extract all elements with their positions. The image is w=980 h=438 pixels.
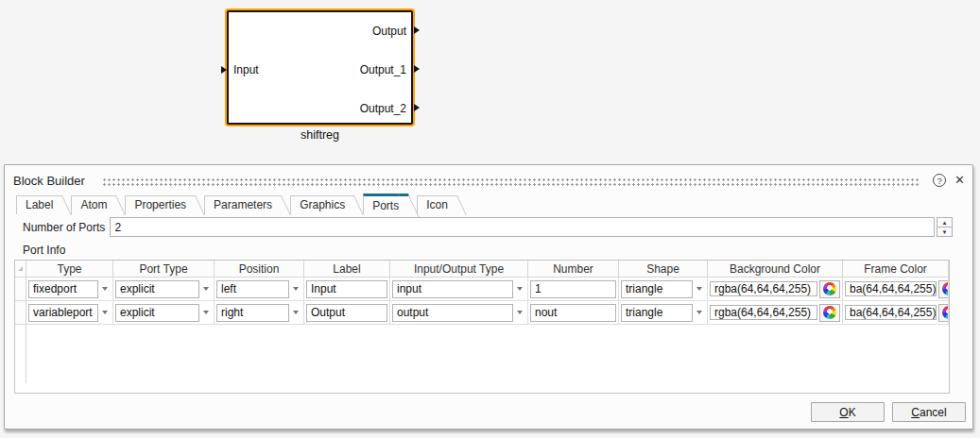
tab-icon[interactable]: Icon	[417, 195, 450, 214]
table-empty-area	[15, 325, 26, 383]
chevron-down-icon	[98, 311, 111, 314]
label-input[interactable]: Input	[306, 280, 387, 298]
number-of-ports-row: Number of Ports 2 ▲ ▼	[23, 217, 953, 237]
tab-bar: Label Atom Properties Parameters Graphic…	[5, 192, 972, 214]
cell-number: nout	[528, 301, 619, 325]
table-corner-cell	[15, 261, 26, 278]
column-header-type[interactable]: Type	[26, 261, 113, 278]
color-picker-button[interactable]	[819, 304, 840, 322]
column-header-number[interactable]: Number	[528, 261, 619, 278]
position-dropdown[interactable]: right	[216, 304, 301, 322]
row-selector[interactable]	[15, 278, 26, 301]
chevron-down-icon	[98, 287, 111, 291]
color-picker-button[interactable]	[819, 280, 840, 298]
tab-parameters[interactable]: Parameters	[204, 195, 274, 214]
chevron-down-icon	[693, 311, 705, 314]
output-port-arrow-icon	[414, 65, 420, 73]
type-dropdown[interactable]: variableport	[28, 304, 111, 322]
column-header-shape[interactable]: Shape	[619, 261, 708, 278]
tab-properties[interactable]: Properties	[125, 195, 188, 214]
number-input[interactable]: 1	[530, 280, 616, 298]
port-type-dropdown[interactable]: explicit	[115, 304, 212, 322]
label-input[interactable]: Output	[306, 304, 387, 322]
background-color-input[interactable]: rgba(64,64,64,255)	[710, 305, 817, 320]
column-header-position[interactable]: Position	[215, 261, 304, 278]
cell-label: Input	[304, 278, 390, 301]
column-header-io-type[interactable]: Input/Output Type	[390, 261, 528, 278]
table-corner-icon	[18, 266, 23, 271]
ok-button-label: O	[839, 406, 848, 419]
cell-position: left	[215, 278, 304, 301]
ok-button-label: K	[849, 406, 856, 419]
cell-label: Output	[304, 301, 390, 325]
help-icon[interactable]: ?	[933, 174, 946, 187]
dropdown-value: triangle	[621, 280, 693, 298]
number-of-ports-label: Number of Ports	[23, 221, 105, 234]
cell-port-type: explicit	[113, 301, 215, 325]
number-of-ports-spinner: ▲ ▼	[937, 217, 953, 237]
block-builder-dialog: Block Builder ? ✕ Label Atom Properties …	[4, 164, 973, 430]
number-input[interactable]: nout	[530, 304, 616, 322]
port-type-dropdown[interactable]: explicit	[115, 280, 212, 298]
cancel-button[interactable]: Cancel	[892, 402, 966, 422]
table-empty-area	[26, 325, 949, 393]
color-picker-button[interactable]	[938, 304, 949, 322]
output-port-label: Output	[372, 25, 406, 38]
color-wheel-icon	[942, 306, 949, 319]
cell-type: variableport	[26, 301, 113, 325]
spin-down-icon[interactable]: ▼	[937, 227, 953, 237]
cell-shape: triangle	[619, 301, 708, 325]
chevron-down-icon	[513, 287, 525, 291]
dropdown-value: explicit	[115, 304, 199, 322]
dropdown-value: variableport	[28, 304, 98, 322]
chevron-down-icon	[289, 287, 301, 291]
tab-graphics[interactable]: Graphics	[290, 195, 347, 214]
close-icon[interactable]: ✕	[954, 174, 965, 187]
number-of-ports-input[interactable]: 2	[110, 217, 935, 237]
background-color-input[interactable]: rgba(64,64,64,255)	[710, 281, 817, 296]
cell-position: right	[215, 301, 304, 325]
color-wheel-icon	[823, 306, 836, 319]
drag-handle-dots[interactable]	[102, 177, 920, 186]
dropdown-value: triangle	[621, 304, 693, 322]
cancel-button-label: C	[911, 406, 920, 419]
dialog-titlebar: Block Builder ? ✕	[5, 165, 972, 188]
chevron-down-icon	[199, 287, 212, 291]
tab-label[interactable]: Label	[16, 195, 55, 214]
io-type-dropdown[interactable]: output	[392, 304, 525, 322]
cell-frame-color: ba(64,64,64,255)	[843, 278, 949, 301]
dropdown-value: output	[392, 304, 513, 322]
column-header-port-type[interactable]: Port Type	[113, 261, 215, 278]
shiftreg-block[interactable]: Input Output Output_1 Output_2	[227, 10, 413, 125]
shape-dropdown[interactable]: triangle	[621, 304, 705, 322]
row-selector[interactable]	[15, 301, 26, 325]
column-header-label[interactable]: Label	[304, 261, 390, 278]
column-header-frame-color[interactable]: Frame Color	[843, 261, 949, 278]
dialog-button-row: OK Cancel	[811, 402, 966, 422]
chevron-down-icon	[199, 311, 212, 314]
cell-io-type: input	[390, 278, 528, 301]
color-picker-button[interactable]	[938, 280, 949, 298]
shape-dropdown[interactable]: triangle	[621, 280, 705, 298]
type-dropdown[interactable]: fixedport	[28, 280, 111, 298]
tab-ports[interactable]: Ports	[363, 194, 401, 214]
tab-atom[interactable]: Atom	[71, 195, 109, 214]
chevron-down-icon	[693, 287, 705, 291]
cell-background-color: rgba(64,64,64,255)	[708, 301, 843, 325]
frame-color-input[interactable]: ba(64,64,64,255)	[845, 281, 937, 296]
chevron-down-icon	[289, 311, 301, 314]
cell-type: fixedport	[26, 278, 113, 301]
cancel-button-label: ancel	[920, 406, 947, 419]
position-dropdown[interactable]: left	[216, 280, 301, 298]
output-port-arrow-icon	[414, 26, 420, 34]
port-info-label: Port Info	[23, 244, 972, 257]
frame-color-input[interactable]: ba(64,64,64,255)	[845, 305, 937, 320]
dropdown-value: input	[392, 280, 513, 298]
chevron-down-icon	[513, 311, 525, 314]
ok-button[interactable]: OK	[811, 402, 885, 422]
column-header-background-color[interactable]: Background Color	[708, 261, 843, 278]
cell-frame-color: ba(64,64,64,255)	[843, 301, 949, 325]
cell-number: 1	[528, 278, 619, 301]
port-info-table: Type Port Type Position Label Input/Outp…	[14, 260, 950, 394]
io-type-dropdown[interactable]: input	[392, 280, 525, 298]
